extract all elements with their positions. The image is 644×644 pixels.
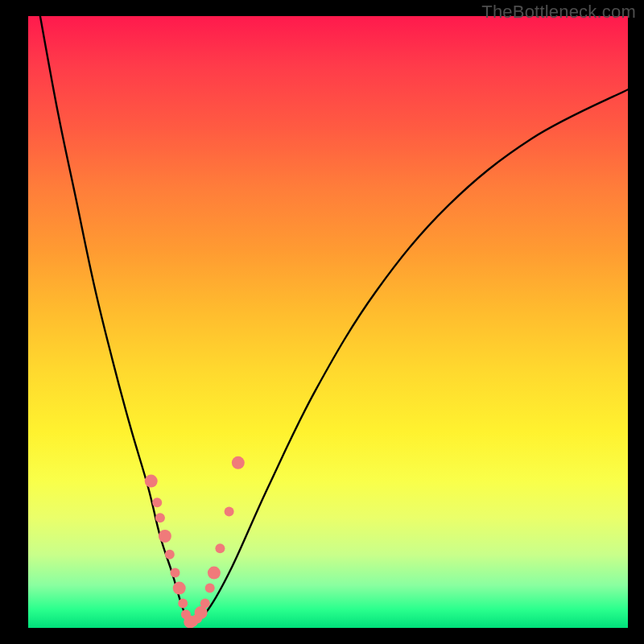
highlight-dot	[225, 507, 234, 517]
highlight-dot	[178, 599, 188, 609]
highlight-dot	[159, 530, 171, 543]
highlight-dot	[200, 599, 210, 609]
bottleneck-curve	[40, 16, 628, 625]
highlight-dot	[155, 513, 165, 522]
highlight-dot	[173, 582, 186, 595]
highlight-dot	[165, 550, 175, 559]
highlight-dots	[145, 456, 245, 628]
curve-layer	[28, 16, 628, 628]
chart-frame: TheBottleneck.com	[0, 0, 644, 644]
highlight-dot	[205, 584, 215, 593]
highlight-dot	[171, 568, 180, 578]
watermark-text: TheBottleneck.com	[481, 2, 636, 23]
highlight-dot	[232, 456, 245, 469]
highlight-dot	[152, 497, 162, 507]
plot-area	[28, 16, 628, 628]
highlight-dot	[215, 543, 225, 553]
highlight-dot	[208, 567, 221, 580]
highlight-dot	[145, 475, 158, 488]
